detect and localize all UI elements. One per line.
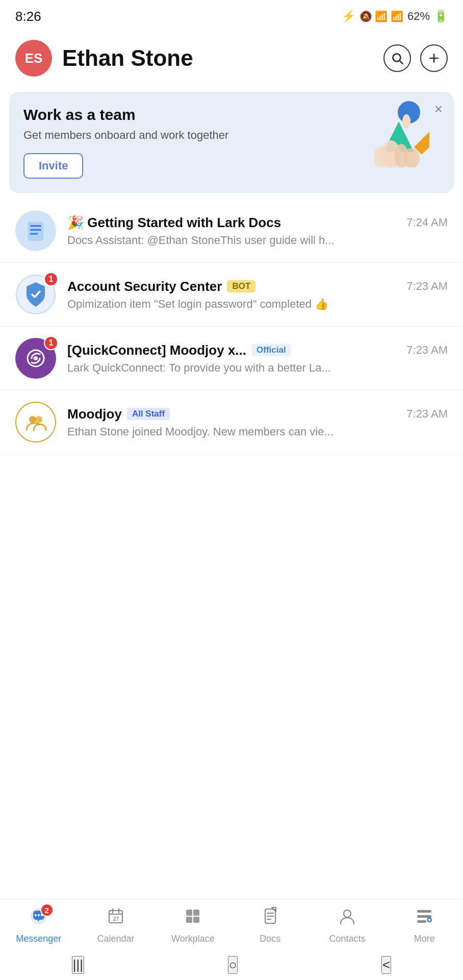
signal-icons: 🔕 📶 📶 bbox=[359, 10, 403, 22]
messenger-nav-label: Messenger bbox=[16, 934, 61, 944]
chat-avatar-quickconnect: 1 bbox=[15, 338, 56, 379]
official-tag: Official bbox=[251, 344, 291, 356]
svg-point-22 bbox=[35, 914, 37, 916]
contacts-nav-label: Contacts bbox=[329, 934, 365, 944]
chat-avatar-moodjoy bbox=[15, 402, 56, 443]
contacts-nav-icon bbox=[338, 906, 357, 930]
battery-icon: 🔋 bbox=[434, 10, 448, 23]
header-actions bbox=[383, 44, 448, 72]
workplace-nav-icon bbox=[183, 906, 202, 930]
svg-point-11 bbox=[402, 114, 410, 129]
docs-nav-label: Docs bbox=[260, 934, 280, 944]
more-nav-icon bbox=[415, 906, 434, 930]
docs-nav-icon-svg bbox=[261, 906, 280, 926]
plus-icon bbox=[427, 52, 441, 65]
add-button[interactable] bbox=[420, 44, 448, 72]
chat-header-row: 🎉 Getting Started with Lark Docs 7:24 AM bbox=[67, 215, 448, 231]
banner-illustration bbox=[348, 101, 440, 167]
status-bar: 8:26 ⚡ 🔕 📶 📶 62% 🔋 bbox=[0, 0, 463, 31]
workplace-nav-label: Workplace bbox=[171, 934, 215, 944]
chat-preview-security: Opimization item "Set login password" co… bbox=[67, 298, 363, 311]
svg-point-9 bbox=[374, 146, 388, 167]
nav-item-workplace[interactable]: Workplace bbox=[155, 906, 232, 944]
chat-avatar-security: 1 bbox=[15, 274, 56, 315]
chat-preview-lark-docs: Docs Assistant: @Ethan StoneThis user gu… bbox=[67, 234, 363, 247]
svg-rect-40 bbox=[417, 910, 431, 913]
recent-apps-button[interactable]: ||| bbox=[72, 956, 84, 974]
avatar[interactable]: ES bbox=[15, 40, 52, 77]
svg-point-39 bbox=[344, 910, 351, 917]
chat-time-moodjoy: 7:23 AM bbox=[406, 407, 448, 421]
chat-name-security: Account Security Center BOT bbox=[67, 279, 255, 295]
back-button[interactable]: < bbox=[381, 956, 391, 974]
svg-rect-13 bbox=[30, 225, 41, 227]
nav-item-more[interactable]: More bbox=[386, 906, 463, 944]
nav-item-docs[interactable]: Docs bbox=[232, 906, 308, 944]
status-time: 8:26 bbox=[15, 9, 41, 24]
moodjoy-icon bbox=[24, 411, 47, 433]
bluetooth-icon: ⚡ bbox=[342, 10, 355, 23]
header-left: ES Ethan Stone bbox=[15, 40, 193, 77]
svg-rect-42 bbox=[417, 920, 426, 923]
header: ES Ethan Stone bbox=[0, 31, 463, 86]
chat-content-moodjoy: Moodjoy All Staff 7:23 AM Ethan Stone jo… bbox=[67, 406, 448, 438]
banner-subtitle: Get members onboard and work together bbox=[23, 129, 348, 142]
banner-title: Work as a team bbox=[23, 106, 348, 124]
nav-item-calendar[interactable]: 27 Calendar bbox=[77, 906, 154, 944]
svg-rect-14 bbox=[30, 229, 41, 231]
svg-rect-12 bbox=[28, 222, 44, 240]
messenger-badge: 2 bbox=[40, 903, 54, 917]
svg-rect-30 bbox=[186, 910, 192, 916]
svg-rect-33 bbox=[193, 917, 199, 923]
chat-header-row-moodjoy: Moodjoy All Staff 7:23 AM bbox=[67, 406, 448, 422]
svg-point-19 bbox=[29, 416, 36, 423]
nav-item-messenger[interactable]: 2 Messenger bbox=[0, 906, 77, 944]
banner-close-button[interactable]: × bbox=[434, 101, 443, 117]
chat-name-moodjoy: Moodjoy All Staff bbox=[67, 406, 170, 422]
more-nav-label: More bbox=[414, 934, 435, 944]
chat-content-quickconnect: [QuickConnect] Moodjoy x... Official 7:2… bbox=[67, 342, 448, 375]
banner-content: Work as a team Get members onboard and w… bbox=[23, 106, 348, 179]
chat-name-quickconnect: [QuickConnect] Moodjoy x... Official bbox=[67, 342, 291, 358]
calendar-icon: 27 bbox=[106, 906, 125, 926]
user-name: Ethan Stone bbox=[62, 45, 193, 71]
chat-preview-quickconnect: Lark QuickConnect: To provide you with a… bbox=[67, 361, 363, 375]
svg-text:27: 27 bbox=[113, 916, 119, 922]
chat-preview-moodjoy: Ethan Stone joined Moodjoy. New members … bbox=[67, 425, 363, 438]
chat-item-moodjoy[interactable]: Moodjoy All Staff 7:23 AM Ethan Stone jo… bbox=[0, 390, 463, 454]
home-button[interactable]: ○ bbox=[228, 956, 238, 974]
chat-item-lark-docs[interactable]: 🎉 Getting Started with Lark Docs 7:24 AM… bbox=[0, 199, 463, 263]
quickconnect-icon bbox=[24, 347, 47, 370]
invite-button[interactable]: Invite bbox=[23, 153, 83, 179]
svg-rect-15 bbox=[30, 233, 38, 234]
chat-item-security[interactable]: 1 Account Security Center BOT 7:23 AM Op… bbox=[0, 263, 463, 327]
svg-point-18 bbox=[34, 356, 38, 360]
team-banner: Work as a team Get members onboard and w… bbox=[9, 92, 454, 193]
chat-item-quickconnect[interactable]: 1 [QuickConnect] Moodjoy x... Official 7… bbox=[0, 327, 463, 390]
docs-icon bbox=[24, 219, 47, 242]
system-nav: ||| ○ < bbox=[0, 949, 463, 980]
chat-name-lark-docs: 🎉 Getting Started with Lark Docs bbox=[67, 215, 281, 231]
status-icons: ⚡ 🔕 📶 📶 62% 🔋 bbox=[342, 10, 448, 23]
search-icon bbox=[391, 52, 404, 65]
docs-nav-icon bbox=[261, 906, 280, 930]
search-button[interactable] bbox=[383, 44, 411, 72]
bottom-nav: 2 Messenger 27 Calendar Workplace bbox=[0, 899, 463, 949]
chat-header-row-security: Account Security Center BOT 7:23 AM bbox=[67, 279, 448, 295]
svg-point-20 bbox=[35, 416, 42, 423]
more-icon bbox=[415, 906, 434, 926]
workplace-icon bbox=[183, 906, 202, 926]
chat-time-quickconnect: 7:23 AM bbox=[406, 344, 448, 357]
calendar-nav-icon: 27 bbox=[106, 906, 125, 930]
bot-tag: BOT bbox=[227, 280, 255, 292]
calendar-nav-label: Calendar bbox=[97, 934, 134, 944]
chat-time-security: 7:23 AM bbox=[406, 280, 448, 293]
chat-time-lark-docs: 7:24 AM bbox=[406, 216, 448, 229]
svg-line-1 bbox=[400, 61, 403, 64]
allstaff-tag: All Staff bbox=[127, 408, 170, 420]
messenger-nav-icon: 2 bbox=[29, 906, 48, 930]
quickconnect-badge: 1 bbox=[44, 336, 58, 350]
svg-point-23 bbox=[38, 914, 40, 916]
security-badge: 1 bbox=[44, 272, 58, 286]
nav-item-contacts[interactable]: Contacts bbox=[308, 906, 385, 944]
